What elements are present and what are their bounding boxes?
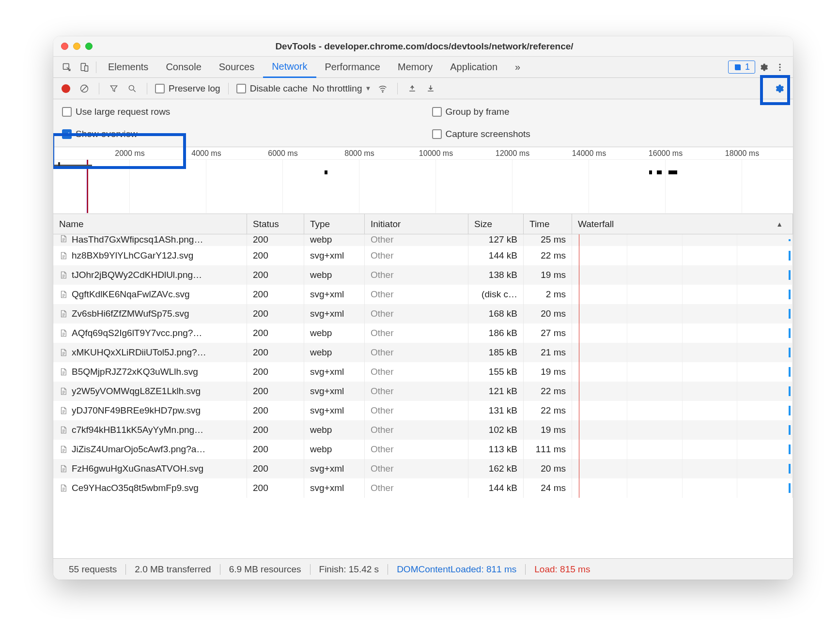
- cell-time: 19 ms: [524, 420, 572, 440]
- tabs-overflow[interactable]: »: [506, 57, 529, 78]
- zoom-button[interactable]: [85, 43, 93, 50]
- record-button[interactable]: [59, 84, 73, 93]
- sb-domloaded: DOMContentLoaded: 811 ms: [388, 564, 525, 575]
- cell-type: svg+xml: [304, 304, 365, 323]
- table-row[interactable]: QgftKdlKE6NqaFwlZAVc.svg200svg+xmlOther(…: [53, 285, 793, 304]
- network-settings-pane: Use large request rows Show overview Gro…: [53, 99, 793, 147]
- col-name[interactable]: Name: [53, 214, 247, 234]
- cell-initiator: Other: [365, 246, 468, 265]
- table-row[interactable]: yDJ70NF49BREe9kHD7pw.svg200svg+xmlOther1…: [53, 401, 793, 420]
- tab-network[interactable]: Network: [263, 57, 316, 78]
- device-toggle-icon[interactable]: [76, 57, 93, 77]
- table-row[interactable]: HasThd7GxWfipcsq1ASh.png…200webpOther127…: [53, 234, 793, 246]
- timeline-tick: 2000 ms: [115, 149, 144, 158]
- svg-point-5: [779, 69, 780, 71]
- table-row[interactable]: tJOhr2jBQWy2CdKHDlUl.png…200webpOther138…: [53, 265, 793, 285]
- file-icon: [59, 234, 68, 243]
- table-row[interactable]: JiZisZ4UmarOjo5cAwf3.png?a…200webpOther1…: [53, 440, 793, 459]
- timeline-overview[interactable]: 2000 ms4000 ms6000 ms8000 ms10000 ms1200…: [53, 147, 793, 214]
- table-row[interactable]: Zv6sbHi6fZfZMWufSp75.svg200svg+xmlOther1…: [53, 304, 793, 323]
- clear-icon[interactable]: [78, 84, 91, 93]
- table-row[interactable]: Ce9YHacO35q8t5wbmFp9.svg200svg+xmlOther1…: [53, 478, 793, 498]
- timeline-tick: 10000 ms: [419, 149, 453, 158]
- cell-initiator: Other: [365, 304, 468, 323]
- show-overview-checkbox[interactable]: Show overview: [62, 125, 415, 143]
- table-row[interactable]: FzH6gwuHgXuGnasATVOH.svg200svg+xmlOther1…: [53, 459, 793, 478]
- preserve-log-checkbox[interactable]: Preserve log: [155, 83, 220, 94]
- network-conditions-icon[interactable]: [376, 84, 389, 93]
- tab-performance[interactable]: Performance: [316, 57, 389, 78]
- file-icon: [59, 348, 68, 357]
- network-settings-icon[interactable]: [771, 83, 787, 94]
- cell-name: Zv6sbHi6fZfZMWufSp75.svg: [53, 304, 247, 323]
- cell-waterfall: [572, 459, 793, 478]
- col-time[interactable]: Time: [524, 214, 572, 234]
- timeline-tick: 18000 ms: [725, 149, 759, 158]
- cell-size: 185 kB: [468, 343, 524, 362]
- issues-badge[interactable]: 1: [728, 61, 755, 74]
- cell-initiator: Other: [365, 323, 468, 343]
- col-waterfall[interactable]: Waterfall ▲: [572, 214, 793, 234]
- file-icon: [59, 464, 68, 473]
- cell-name: Ce9YHacO35q8t5wbmFp9.svg: [53, 478, 247, 498]
- col-initiator[interactable]: Initiator: [365, 214, 468, 234]
- tab-elements[interactable]: Elements: [99, 57, 157, 78]
- table-row[interactable]: c7kf94kHB11kK5AyYyMn.png…200webpOther102…: [53, 420, 793, 440]
- tab-console[interactable]: Console: [157, 57, 210, 78]
- cell-time: 22 ms: [524, 401, 572, 420]
- export-har-icon[interactable]: [424, 84, 437, 93]
- cell-initiator: Other: [365, 420, 468, 440]
- cell-waterfall: [572, 382, 793, 401]
- cell-size: (disk c…: [468, 285, 524, 304]
- col-size[interactable]: Size: [468, 214, 524, 234]
- capture-screenshots-checkbox[interactable]: Capture screenshots: [432, 125, 785, 143]
- table-row[interactable]: B5QMjpRJZ72xKQ3uWLlh.svg200svg+xmlOther1…: [53, 362, 793, 382]
- timeline-tick: 6000 ms: [268, 149, 297, 158]
- cell-name: AQfq69qS2Ig6lT9Y7vcc.png?…: [53, 323, 247, 343]
- table-row[interactable]: y2W5yVOMWqgL8ZE1Lklh.svg200svg+xmlOther1…: [53, 382, 793, 401]
- file-icon: [59, 484, 68, 492]
- cell-size: 138 kB: [468, 265, 524, 285]
- table-row[interactable]: hz8BXb9YlYLhCGarY12J.svg200svg+xmlOther1…: [53, 246, 793, 265]
- import-har-icon[interactable]: [405, 84, 419, 93]
- throttling-select[interactable]: No throttling ▼: [312, 83, 371, 94]
- cell-waterfall: [572, 362, 793, 382]
- more-menu-icon[interactable]: [772, 62, 788, 72]
- filter-icon[interactable]: [107, 84, 121, 93]
- sb-requests: 55 requests: [60, 564, 125, 575]
- cell-name: y2W5yVOMWqgL8ZE1Lklh.svg: [53, 382, 247, 401]
- tab-application[interactable]: Application: [441, 57, 506, 78]
- cell-type: webp: [304, 323, 365, 343]
- cell-initiator: Other: [365, 382, 468, 401]
- cell-status: 200: [247, 420, 304, 440]
- cell-size: 121 kB: [468, 382, 524, 401]
- cell-type: webp: [304, 420, 365, 440]
- sb-resources: 6.9 MB resources: [220, 564, 310, 575]
- col-type[interactable]: Type: [304, 214, 365, 234]
- cell-status: 200: [247, 265, 304, 285]
- inspect-icon[interactable]: [58, 57, 76, 77]
- group-by-frame-checkbox[interactable]: Group by frame: [432, 103, 785, 121]
- tab-memory[interactable]: Memory: [389, 57, 441, 78]
- settings-icon[interactable]: [755, 62, 772, 72]
- tab-sources[interactable]: Sources: [210, 57, 263, 78]
- large-rows-checkbox[interactable]: Use large request rows: [62, 103, 415, 121]
- cell-type: svg+xml: [304, 362, 365, 382]
- search-icon[interactable]: [125, 84, 139, 93]
- cell-name: hz8BXb9YlYLhCGarY12J.svg: [53, 246, 247, 265]
- cell-time: 27 ms: [524, 323, 572, 343]
- close-button[interactable]: [61, 43, 68, 50]
- cell-time: 24 ms: [524, 478, 572, 498]
- file-icon: [59, 368, 68, 376]
- cell-size: 186 kB: [468, 323, 524, 343]
- cell-waterfall: [572, 401, 793, 420]
- cell-initiator: Other: [365, 440, 468, 459]
- table-row[interactable]: AQfq69qS2Ig6lT9Y7vcc.png?…200webpOther18…: [53, 323, 793, 343]
- disable-cache-checkbox[interactable]: Disable cache: [236, 83, 308, 94]
- minimize-button[interactable]: [73, 43, 80, 50]
- file-icon: [59, 406, 68, 415]
- table-row[interactable]: xMKUHQxXLiRDiiUTol5J.png?…200webpOther18…: [53, 343, 793, 362]
- col-status[interactable]: Status: [247, 214, 304, 234]
- timeline-tick: 12000 ms: [496, 149, 529, 158]
- panel-tabs-row: ElementsConsoleSourcesNetworkPerformance…: [53, 57, 793, 78]
